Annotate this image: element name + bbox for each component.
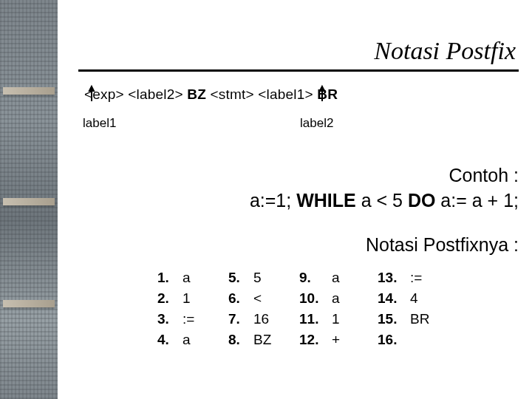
list-num: 1. <box>157 270 183 286</box>
list-num: 7. <box>228 311 253 327</box>
list-val: < <box>253 290 283 307</box>
expr-part: <exp> <label2> <box>84 86 187 102</box>
list-num: 13. <box>378 270 410 286</box>
list-val: 16 <box>253 311 283 327</box>
list-num: 12. <box>299 332 332 348</box>
list-num: 10. <box>299 290 332 307</box>
list-val: + <box>332 332 361 348</box>
list-val: BZ <box>253 332 283 348</box>
divider <box>78 69 519 72</box>
arrow-up-icon: ▲ <box>86 83 98 101</box>
example-text: a:= a + 1; <box>435 190 519 211</box>
expr-part: <stmt> <label1> <box>206 86 317 102</box>
list-val: a <box>332 290 361 307</box>
list-val: a <box>183 332 212 348</box>
list-num: 4. <box>157 332 183 348</box>
list-val: 1 <box>183 290 212 307</box>
list-num: 5. <box>228 270 253 286</box>
example-code: a:=1; WHILE a < 5 DO a:= a + 1; <box>78 188 519 214</box>
arrow-up-icon: ▲ <box>316 83 328 101</box>
postfix-grid: 1.a 5.5 9.a 13.:= 2.1 6.< 10.a 14.4 3.:=… <box>157 267 440 350</box>
list-val: 5 <box>253 270 283 286</box>
list-val: := <box>410 270 440 286</box>
list-num: 9. <box>299 270 332 286</box>
list-num: 11. <box>299 311 332 327</box>
list-num: 16. <box>378 332 410 348</box>
list-num: 3. <box>157 311 183 327</box>
example-heading: Contoh : <box>78 163 519 188</box>
decorative-sidebar <box>0 0 58 399</box>
page-title: Notasi Postfix <box>78 0 519 68</box>
postfix-heading: Notasi Postfixnya : <box>78 234 519 256</box>
expression-line: <exp> <label2> BZ <stmt> <label1> BR <box>78 86 519 103</box>
label1-text: label1 <box>83 116 116 131</box>
example-block: Contoh : a:=1; WHILE a < 5 DO a:= a + 1; <box>78 163 519 214</box>
list-num: 15. <box>378 311 410 327</box>
list-val: 4 <box>410 290 440 307</box>
keyword-while: WHILE <box>296 190 356 211</box>
list-val: a <box>183 270 212 286</box>
list-val: a <box>332 270 361 286</box>
expr-bz: BZ <box>187 86 206 102</box>
list-num: 14. <box>378 290 410 307</box>
list-val: 1 <box>332 311 361 327</box>
list-val: BR <box>410 311 440 327</box>
keyword-do: DO <box>408 190 436 211</box>
label-row: label1 label2 <box>78 116 519 143</box>
list-val: := <box>183 311 212 327</box>
example-text: a < 5 <box>356 190 408 211</box>
list-num: 8. <box>228 332 253 348</box>
list-num: 6. <box>228 290 253 307</box>
example-text: a:=1; <box>250 190 296 211</box>
label2-text: label2 <box>300 116 333 131</box>
list-num: 2. <box>157 290 183 307</box>
